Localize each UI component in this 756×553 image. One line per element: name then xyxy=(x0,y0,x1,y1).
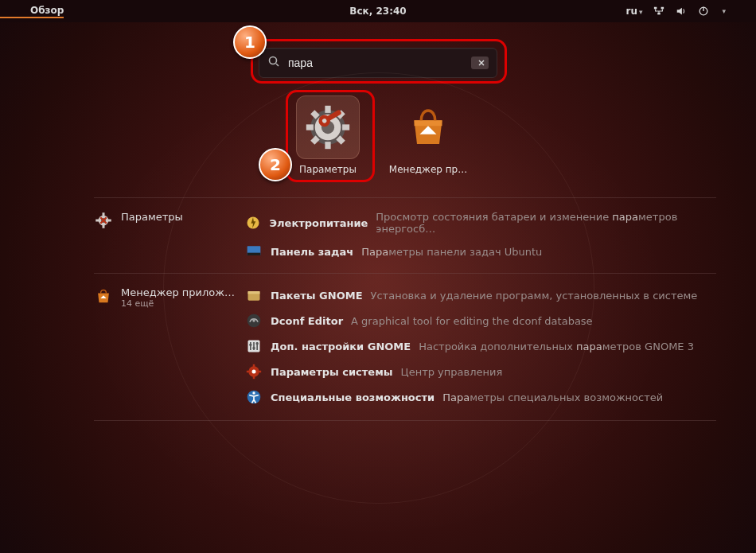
svg-point-31 xyxy=(252,319,255,321)
svg-rect-21 xyxy=(103,212,105,216)
svg-rect-0 xyxy=(654,7,657,10)
svg-rect-41 xyxy=(258,371,261,373)
group-header[interactable]: Параметры xyxy=(94,211,245,260)
package-icon xyxy=(245,286,263,304)
svg-rect-2 xyxy=(658,13,661,15)
annotation-box-1 xyxy=(251,39,507,84)
sound-icon[interactable] xyxy=(676,6,687,17)
row-title: Dconf Editor xyxy=(271,315,343,327)
top-bar: Обзор Вск, 23:40 ru▾ ▾ xyxy=(0,0,756,22)
group-title: Параметры xyxy=(121,211,183,223)
row-title: Доп. настройки GNOME xyxy=(271,341,411,352)
software-manager-icon xyxy=(396,95,460,159)
row-desc: Параметры панели задач Ubuntu xyxy=(361,246,542,258)
svg-rect-29 xyxy=(248,291,260,294)
row-desc: Просмотр состояния батареи и изменение п… xyxy=(376,211,716,235)
row-desc: Центр управления xyxy=(401,366,503,378)
result-row-a11y[interactable]: Специальные возможности Параметры специа… xyxy=(245,388,716,406)
svg-point-34 xyxy=(252,347,255,349)
cog-icon xyxy=(245,363,263,380)
search-results: Параметры Электропитание Просмотр состоя… xyxy=(94,197,716,421)
row-title: Параметры системы xyxy=(271,366,393,378)
group-title: Менеджер прилож… xyxy=(121,286,235,298)
svg-rect-39 xyxy=(253,376,255,379)
clock[interactable]: Вск, 23:40 xyxy=(349,6,406,17)
row-desc: Установка и удаление программ, установле… xyxy=(371,290,698,302)
accessibility-icon xyxy=(245,388,263,406)
svg-point-35 xyxy=(256,342,259,345)
svg-rect-40 xyxy=(247,371,250,373)
settings-small-icon xyxy=(94,211,113,230)
tweaks-icon xyxy=(245,337,263,355)
result-row-panel[interactable]: Панель задач Параметры панели задач Ubun… xyxy=(245,243,716,260)
row-title: Панель задач xyxy=(271,246,353,258)
svg-rect-1 xyxy=(661,7,664,10)
chevron-down-icon: ▾ xyxy=(722,7,726,15)
annotation-number-2: 2 xyxy=(259,148,292,181)
keyboard-indicator[interactable]: ru▾ xyxy=(625,6,642,17)
power-icon[interactable] xyxy=(698,6,709,17)
result-row-tweaks[interactable]: Доп. настройки GNOME Настройка дополните… xyxy=(245,337,716,355)
row-title: Электропитание xyxy=(270,217,368,229)
annotation-number-1: 1 xyxy=(233,25,267,59)
power-icon xyxy=(245,214,262,232)
svg-point-33 xyxy=(249,344,251,346)
svg-rect-22 xyxy=(103,225,105,228)
result-row-packages[interactable]: Пакеты GNOME Установка и удаление програ… xyxy=(245,286,716,304)
row-desc: Настройка дополнительных параметров GNOM… xyxy=(419,341,694,352)
app-tile-software[interactable]: Менеджер пр… xyxy=(392,95,465,175)
row-title: Специальные возможности xyxy=(271,391,435,403)
app-label: Менеджер пр… xyxy=(389,164,467,175)
svg-rect-4 xyxy=(703,7,704,11)
result-group-software: Менеджер прилож… 14 ещё Пакеты GNOME Уст… xyxy=(94,273,716,419)
group-header[interactable]: Менеджер прилож… 14 ещё xyxy=(94,286,245,406)
row-desc: A graphical tool for editing the dconf d… xyxy=(351,315,593,327)
svg-rect-38 xyxy=(253,364,255,368)
result-row-power[interactable]: Электропитание Просмотр состояния батаре… xyxy=(245,211,716,235)
panel-icon xyxy=(245,243,263,260)
dconf-icon xyxy=(245,312,263,329)
svg-rect-24 xyxy=(108,220,111,222)
svg-rect-27 xyxy=(247,253,261,255)
row-desc: Параметры специальных возможностей xyxy=(442,391,663,403)
svg-point-43 xyxy=(252,391,255,394)
result-row-dconf[interactable]: Dconf Editor A graphical tool for editin… xyxy=(245,312,716,329)
system-tray: ru▾ ▾ xyxy=(625,6,756,17)
svg-rect-23 xyxy=(95,220,99,222)
software-small-icon xyxy=(94,286,113,306)
svg-point-37 xyxy=(252,370,256,374)
row-title: Пакеты GNOME xyxy=(271,290,363,302)
annotation-box-2 xyxy=(286,90,375,182)
activities-button[interactable]: Обзор xyxy=(0,5,64,18)
network-icon[interactable] xyxy=(653,6,664,17)
group-subtitle: 14 ещё xyxy=(121,298,235,309)
result-row-system-settings[interactable]: Параметры системы Центр управления xyxy=(245,363,716,380)
result-group-settings: Параметры Электропитание Просмотр состоя… xyxy=(94,197,716,273)
